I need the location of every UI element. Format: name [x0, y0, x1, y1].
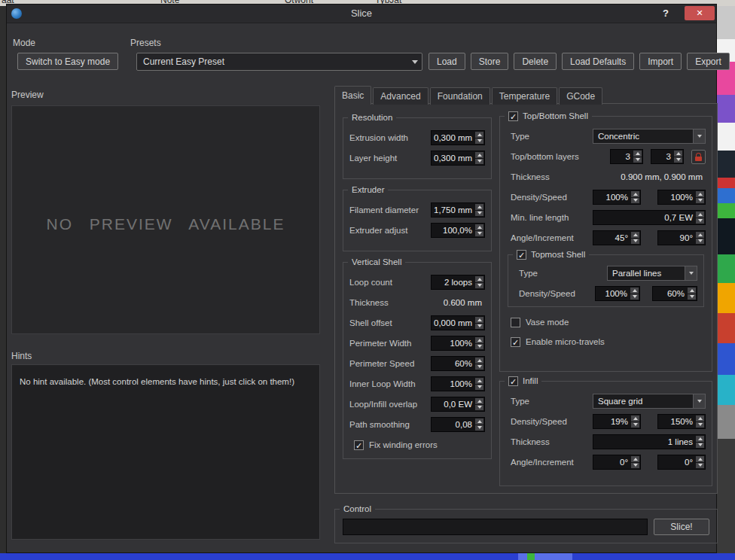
- loop-count-input[interactable]: 2 loops: [431, 275, 485, 290]
- spin-up-icon[interactable]: [696, 415, 704, 422]
- infill-checkbox[interactable]: ✓: [508, 376, 518, 386]
- tab-temperature[interactable]: Temperature: [492, 87, 557, 105]
- inner-loop-width-input[interactable]: 100%: [431, 376, 485, 391]
- spin-down-icon[interactable]: [475, 385, 483, 391]
- spin-up-icon[interactable]: [631, 456, 639, 462]
- vase-mode-checkbox[interactable]: [511, 318, 520, 327]
- infill-increment-input[interactable]: 0°: [657, 455, 706, 470]
- spin-down-icon[interactable]: [631, 239, 639, 245]
- spin-up-icon[interactable]: [475, 418, 483, 425]
- tb-angle-input[interactable]: 45°: [593, 230, 641, 245]
- switch-easy-mode-button[interactable]: Switch to Easy mode: [17, 53, 118, 70]
- spin-up-icon[interactable]: [475, 276, 483, 282]
- infill-speed-input[interactable]: 150%: [657, 414, 706, 429]
- chevron-down-icon[interactable]: [408, 53, 422, 70]
- path-smoothing-input[interactable]: 0,08: [431, 417, 485, 432]
- spin-down-icon[interactable]: [633, 157, 642, 163]
- spin-down-icon[interactable]: [696, 218, 704, 224]
- spin-down-icon[interactable]: [475, 405, 483, 411]
- preset-combo[interactable]: Current Easy Preset: [136, 53, 422, 71]
- topmost-density-input[interactable]: 100%: [595, 286, 640, 301]
- spin-down-icon[interactable]: [696, 239, 704, 245]
- spin-down-icon[interactable]: [696, 443, 704, 449]
- spin-up-icon[interactable]: [475, 317, 483, 323]
- spin-down-icon[interactable]: [696, 463, 704, 469]
- spin-up-icon[interactable]: [475, 358, 483, 364]
- spin-down-icon[interactable]: [630, 294, 639, 300]
- filament-diameter-input[interactable]: 1,750 mm: [431, 202, 485, 218]
- spin-down-icon[interactable]: [475, 425, 483, 431]
- chevron-down-icon[interactable]: [693, 394, 705, 408]
- spin-up-icon[interactable]: [475, 337, 483, 343]
- layer-height-input[interactable]: 0,300 mm: [431, 151, 485, 166]
- tab-basic[interactable]: Basic: [334, 86, 371, 105]
- lock-layers-button[interactable]: [691, 150, 706, 164]
- spin-down-icon[interactable]: [475, 324, 483, 330]
- spin-up-icon[interactable]: [630, 288, 639, 294]
- min-line-length-input[interactable]: 0,7 EW: [593, 210, 706, 225]
- spin-up-icon[interactable]: [631, 232, 639, 238]
- tb-increment-input[interactable]: 90°: [657, 230, 706, 245]
- tab-gcode[interactable]: GCode: [559, 87, 602, 105]
- perimeter-speed-input[interactable]: 60%: [431, 356, 485, 371]
- spin-up-icon[interactable]: [688, 288, 696, 294]
- micro-travels-checkbox[interactable]: ✓: [511, 337, 520, 347]
- store-button[interactable]: Store: [471, 53, 509, 70]
- slice-button[interactable]: Slice!: [654, 519, 709, 535]
- tb-layers-input-2[interactable]: 3: [651, 149, 684, 164]
- spin-down-icon[interactable]: [475, 283, 483, 289]
- chevron-down-icon[interactable]: [685, 266, 697, 280]
- spin-up-icon[interactable]: [475, 398, 483, 404]
- load-button[interactable]: Load: [428, 53, 465, 70]
- spin-up-icon[interactable]: [475, 132, 483, 138]
- spin-down-icon[interactable]: [696, 198, 704, 204]
- top-bottom-shell-checkbox[interactable]: ✓: [508, 111, 518, 121]
- spin-up-icon[interactable]: [633, 151, 642, 157]
- tb-speed-input[interactable]: 100%: [657, 190, 706, 205]
- spin-up-icon[interactable]: [475, 204, 483, 210]
- infill-type-combo[interactable]: Square grid: [593, 394, 706, 409]
- spin-down-icon[interactable]: [631, 422, 639, 428]
- shell-offset-input[interactable]: 0,000 mm: [431, 315, 485, 330]
- tab-advanced[interactable]: Advanced: [373, 87, 428, 105]
- import-button[interactable]: Import: [639, 53, 682, 70]
- extruder-adjust-input[interactable]: 100,0%: [431, 223, 485, 238]
- spin-up-icon[interactable]: [696, 436, 704, 442]
- spin-up-icon[interactable]: [696, 232, 704, 238]
- load-defaults-button[interactable]: Load Defaults: [562, 53, 634, 70]
- loop-infill-overlap-input[interactable]: 0,0 EW: [431, 397, 485, 412]
- spin-down-icon[interactable]: [475, 231, 483, 237]
- fix-winding-checkbox[interactable]: ✓: [354, 440, 364, 450]
- spin-down-icon[interactable]: [631, 463, 639, 469]
- spin-up-icon[interactable]: [674, 151, 682, 157]
- infill-thickness-input[interactable]: 1 lines: [593, 434, 706, 449]
- titlebar[interactable]: Slice ? ✕: [7, 5, 716, 23]
- spin-up-icon[interactable]: [631, 191, 639, 197]
- topmost-speed-input[interactable]: 60%: [652, 286, 697, 301]
- topmost-shell-checkbox[interactable]: ✓: [517, 250, 526, 260]
- delete-button[interactable]: Delete: [514, 53, 557, 70]
- spin-up-icon[interactable]: [475, 224, 483, 230]
- spin-down-icon[interactable]: [631, 198, 639, 204]
- tab-foundation[interactable]: Foundation: [430, 87, 490, 105]
- spin-up-icon[interactable]: [696, 456, 704, 462]
- spin-up-icon[interactable]: [696, 191, 704, 197]
- topmost-type-combo[interactable]: Parallel lines: [607, 266, 697, 281]
- spin-up-icon[interactable]: [696, 212, 704, 218]
- spin-down-icon[interactable]: [475, 159, 483, 165]
- spin-down-icon[interactable]: [475, 138, 483, 145]
- perimeter-width-input[interactable]: 100%: [431, 336, 485, 351]
- spin-down-icon[interactable]: [674, 157, 682, 163]
- spin-down-icon[interactable]: [475, 364, 483, 370]
- spin-down-icon[interactable]: [475, 344, 483, 350]
- infill-angle-input[interactable]: 0°: [593, 455, 641, 470]
- spin-down-icon[interactable]: [688, 294, 696, 300]
- spin-up-icon[interactable]: [475, 378, 483, 384]
- tb-density-input[interactable]: 100%: [593, 190, 641, 205]
- extrusion-width-input[interactable]: 0,300 mm: [431, 130, 485, 145]
- tb-layers-input-1[interactable]: 3: [610, 149, 643, 164]
- close-button[interactable]: ✕: [685, 6, 715, 20]
- spin-down-icon[interactable]: [475, 211, 483, 217]
- help-button[interactable]: ?: [659, 7, 672, 20]
- infill-density-input[interactable]: 19%: [593, 414, 641, 429]
